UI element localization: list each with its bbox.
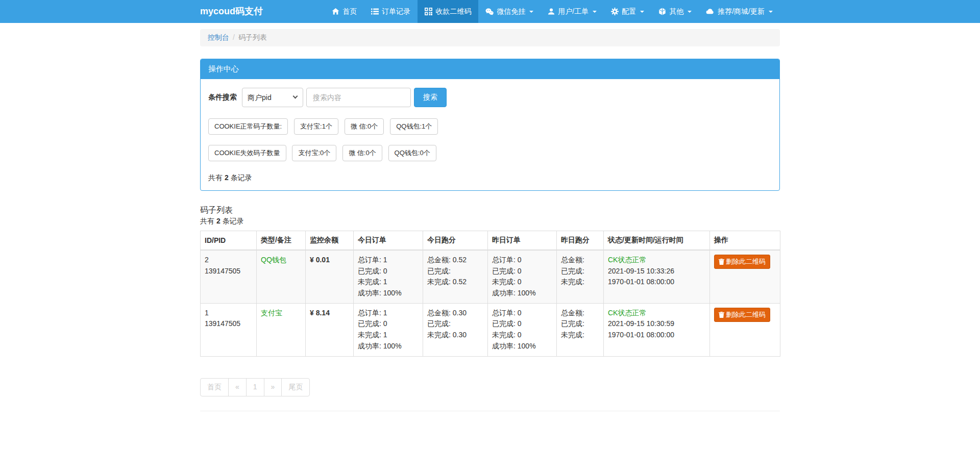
col-yday-orders: 昨日订单 bbox=[488, 231, 557, 251]
stat-wechat-valid-button[interactable]: 微 信:0个 bbox=[345, 118, 384, 135]
panel-record-count: 共有2条记录 bbox=[208, 173, 772, 183]
cloud-icon bbox=[706, 8, 715, 15]
search-row: 条件搜索 商户pid 搜索 bbox=[208, 88, 772, 107]
nav-item-wechat[interactable]: 微信免挂 bbox=[478, 0, 541, 23]
col-today-score: 今日跑分 bbox=[423, 231, 488, 251]
pagination-prev[interactable]: « bbox=[228, 378, 247, 396]
cell-actions: 删除此二维码 bbox=[710, 250, 780, 303]
nav-item-label: 订单记录 bbox=[382, 7, 410, 16]
stat-alipay-invalid-button[interactable]: 支付宝:0个 bbox=[292, 145, 336, 161]
table-row: 2 139147505 QQ钱包 ¥ 0.01 总订单: 1 已完成: 0 未完… bbox=[201, 250, 780, 303]
cell-id-pid: 2 139147505 bbox=[201, 250, 257, 303]
nav-item-qrcode[interactable]: 收款二维码 bbox=[418, 0, 478, 23]
nav-item-label: 推荐/商城/更新 bbox=[718, 7, 765, 16]
nav-item-other[interactable]: 其他 bbox=[651, 0, 699, 23]
search-input[interactable] bbox=[306, 88, 411, 107]
cell-balance: ¥ 0.01 bbox=[306, 250, 354, 303]
home-icon bbox=[332, 8, 339, 15]
list-record-count: 共有2条记录 bbox=[200, 217, 780, 226]
col-balance: 监控余额 bbox=[306, 231, 354, 251]
code-list-table: ID/PID 类型/备注 监控余额 今日订单 今日跑分 昨日订单 昨日跑分 状态… bbox=[200, 231, 780, 357]
stat-wechat-invalid-button[interactable]: 微 信:0个 bbox=[342, 145, 382, 161]
panel-title: 操作中心 bbox=[201, 59, 779, 79]
chevron-down-icon bbox=[529, 11, 533, 13]
col-status: 状态/更新时间/运行时间 bbox=[604, 231, 710, 251]
nav-item-home[interactable]: 首页 bbox=[325, 0, 364, 23]
footer-divider bbox=[200, 411, 780, 411]
stat-qqwallet-invalid-button[interactable]: QQ钱包:0个 bbox=[388, 145, 436, 161]
nav-item-label: 用户/工单 bbox=[558, 7, 589, 16]
list-icon bbox=[371, 8, 379, 15]
chevron-down-icon bbox=[769, 11, 773, 13]
operation-panel: 操作中心 条件搜索 商户pid 搜索 COOKIE正常码子数量: 支付宝:1个 … bbox=[200, 59, 780, 191]
nav-item-recommend[interactable]: 推荐/商城/更新 bbox=[699, 0, 780, 23]
stat-alipay-valid-button[interactable]: 支付宝:1个 bbox=[294, 118, 338, 135]
cell-actions: 删除此二维码 bbox=[710, 303, 780, 356]
breadcrumb-current: 码子列表 bbox=[238, 33, 267, 41]
cell-yday-score: 总金额: 已完成: 未完成: bbox=[557, 303, 604, 356]
cell-today-orders: 总订单: 1 已完成: 0 未完成: 1 成功率: 100% bbox=[354, 303, 423, 356]
nav-item-config[interactable]: 配置 bbox=[604, 0, 651, 23]
col-today-orders: 今日订单 bbox=[354, 231, 423, 251]
cell-id-pid: 1 139147505 bbox=[201, 303, 257, 356]
nav-item-label: 配置 bbox=[622, 7, 636, 16]
nav-menu: 首页 订单记录 收款二维码 微信免挂 bbox=[325, 0, 780, 23]
cell-status: CK状态正常 2021-09-15 10:33:26 1970-01-01 08… bbox=[604, 250, 710, 303]
nav-item-orders[interactable]: 订单记录 bbox=[364, 0, 418, 23]
cell-type: QQ钱包 bbox=[257, 250, 306, 303]
cell-status: CK状态正常 2021-09-15 10:30:59 1970-01-01 08… bbox=[604, 303, 710, 356]
chevron-down-icon bbox=[593, 11, 597, 13]
list-title: 码子列表 bbox=[200, 205, 780, 216]
cell-balance: ¥ 8.14 bbox=[306, 303, 354, 356]
cell-yday-orders: 总订单: 0 已完成: 0 未完成: 0 成功率: 100% bbox=[488, 303, 557, 356]
stat-cookie-valid-button[interactable]: COOKIE正常码子数量: bbox=[208, 118, 288, 135]
cell-today-score: 总金额: 0.52 已完成: 未完成: 0.52 bbox=[423, 250, 488, 303]
nav-item-users[interactable]: 用户/工单 bbox=[541, 0, 604, 23]
pagination-page-1[interactable]: 1 bbox=[246, 378, 264, 396]
stat-cookie-invalid-button[interactable]: COOKIE失效码子数量 bbox=[208, 145, 286, 161]
breadcrumb-home-link[interactable]: 控制台 bbox=[208, 33, 229, 41]
trash-icon bbox=[719, 312, 724, 318]
cell-yday-score: 总金额: 已完成: 未完成: bbox=[557, 250, 604, 303]
cell-today-score: 总金额: 0.30 已完成: 未完成: 0.30 bbox=[423, 303, 488, 356]
search-label: 条件搜索 bbox=[208, 93, 237, 102]
nav-item-label: 收款二维码 bbox=[435, 7, 471, 16]
col-id-pid: ID/PID bbox=[201, 231, 257, 251]
pagination-first[interactable]: 首页 bbox=[200, 378, 229, 396]
wechat-icon bbox=[485, 8, 494, 15]
col-yday-score: 昨日跑分 bbox=[557, 231, 604, 251]
top-navbar: mycoud码支付 首页 订单记录 收款二维码 bbox=[0, 0, 980, 23]
nav-item-label: 微信免挂 bbox=[497, 7, 525, 16]
user-icon bbox=[548, 8, 555, 15]
cookie-invalid-stats-row: COOKIE失效码子数量 支付宝:0个 微 信:0个 QQ钱包:0个 bbox=[208, 145, 772, 161]
gear-icon bbox=[611, 8, 619, 15]
breadcrumb-separator: / bbox=[233, 33, 235, 41]
search-type-select[interactable]: 商户pid bbox=[242, 88, 303, 107]
chevron-down-icon bbox=[688, 11, 692, 13]
delete-qrcode-button[interactable]: 删除此二维码 bbox=[714, 308, 770, 322]
col-type: 类型/备注 bbox=[257, 231, 306, 251]
chevron-down-icon bbox=[640, 11, 644, 13]
pagination-next[interactable]: » bbox=[264, 378, 282, 396]
nav-item-label: 首页 bbox=[342, 7, 357, 16]
cell-type: 支付宝 bbox=[257, 303, 306, 356]
stat-qqwallet-valid-button[interactable]: QQ钱包:1个 bbox=[390, 118, 438, 135]
cookie-valid-stats-row: COOKIE正常码子数量: 支付宝:1个 微 信:0个 QQ钱包:1个 bbox=[208, 118, 772, 135]
search-button[interactable]: 搜索 bbox=[414, 88, 447, 107]
delete-qrcode-button[interactable]: 删除此二维码 bbox=[714, 255, 770, 269]
table-row: 1 139147505 支付宝 ¥ 8.14 总订单: 1 已完成: 0 未完成… bbox=[201, 303, 780, 356]
cell-today-orders: 总订单: 1 已完成: 0 未完成: 1 成功率: 100% bbox=[354, 250, 423, 303]
pagination-last[interactable]: 尾页 bbox=[281, 378, 310, 396]
brand-logo[interactable]: mycoud码支付 bbox=[200, 0, 263, 23]
qrcode-icon bbox=[425, 8, 432, 15]
cell-yday-orders: 总订单: 0 已完成: 0 未完成: 0 成功率: 100% bbox=[488, 250, 557, 303]
pagination: 首页 « 1 » 尾页 bbox=[200, 378, 310, 396]
breadcrumb: 控制台/码子列表 bbox=[200, 29, 780, 46]
trash-icon bbox=[719, 259, 724, 265]
panel-body: 条件搜索 商户pid 搜索 COOKIE正常码子数量: 支付宝:1个 微 信:0… bbox=[201, 79, 779, 190]
table-header-row: ID/PID 类型/备注 监控余额 今日订单 今日跑分 昨日订单 昨日跑分 状态… bbox=[201, 231, 780, 251]
nav-item-label: 其他 bbox=[669, 7, 683, 16]
col-actions: 操作 bbox=[710, 231, 780, 251]
cube-icon bbox=[658, 8, 666, 15]
